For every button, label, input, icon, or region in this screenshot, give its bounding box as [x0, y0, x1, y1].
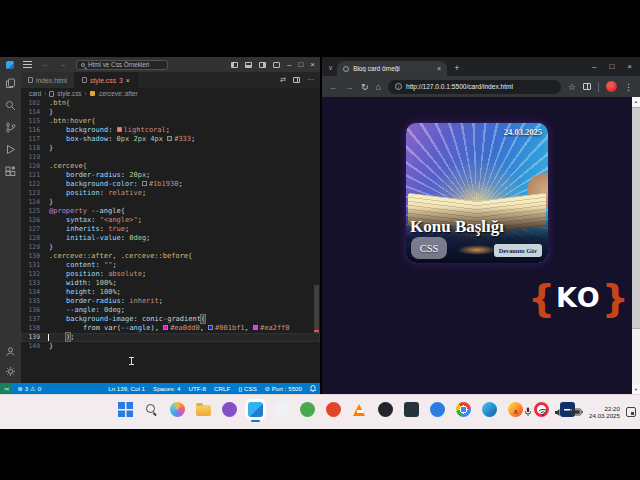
scrollbar-thumb[interactable] — [632, 107, 640, 329]
open-changes-icon[interactable]: ⇄ — [280, 76, 286, 84]
toggle-secondary-sidebar-icon[interactable] — [259, 62, 266, 68]
code-line[interactable]: 139); — [21, 333, 320, 342]
toggle-sidebar-icon[interactable] — [231, 62, 238, 68]
home-button[interactable]: ⌂ — [376, 82, 381, 92]
status-item[interactable]: Spaces: 4 — [153, 385, 181, 392]
code-line[interactable]: 126syntax: "<angle>"; — [21, 216, 320, 225]
copilot-app[interactable] — [170, 402, 185, 417]
forward-button[interactable]: → — [345, 82, 354, 92]
search-button[interactable] — [144, 402, 159, 417]
code-line[interactable]: 117box-shadow: 0px 2px 4px #333; — [21, 135, 320, 144]
code-line[interactable]: 134height: 100%; — [21, 288, 320, 297]
history-forward-button[interactable]: → — [58, 60, 66, 69]
minimize-button[interactable]: – — [287, 57, 291, 72]
source-control-icon[interactable] — [5, 122, 16, 133]
code-line[interactable]: 131content: ""; — [21, 261, 320, 270]
search-view-icon[interactable] — [5, 100, 16, 111]
code-line[interactable]: 122background-color: #1b1930; — [21, 180, 320, 189]
scroll-down-icon[interactable]: ▼ — [632, 385, 640, 394]
status-item[interactable]: UTF-8 — [189, 385, 207, 392]
taskbar-clock[interactable]: 22:20 24.03.2025 — [589, 405, 620, 419]
close-button[interactable]: × — [310, 57, 315, 72]
code-line[interactable]: 128initial-value: 0deg; — [21, 234, 320, 243]
code-line[interactable]: 135border-radius: inherit; — [21, 297, 320, 306]
editor-scrollbar-thumb[interactable] — [314, 285, 319, 333]
page-scrollbar[interactable]: ▲ ▼ — [632, 97, 640, 394]
back-button[interactable]: ← — [329, 82, 338, 92]
bookmark-star-icon[interactable]: ☆ — [568, 82, 576, 92]
settings-gear-icon[interactable] — [5, 366, 16, 377]
file-explorer[interactable] — [196, 405, 211, 416]
microphone-icon[interactable] — [524, 407, 532, 417]
code-line[interactable]: 136--angle: 0deg; — [21, 306, 320, 315]
wifi-icon[interactable] — [538, 408, 548, 416]
status-item[interactable]: {} CSS — [238, 385, 257, 392]
obs-app[interactable] — [378, 402, 393, 417]
account-icon[interactable] — [5, 346, 16, 357]
bell-icon[interactable] — [310, 385, 316, 392]
code-line[interactable]: 124} — [21, 198, 320, 207]
code-line[interactable]: 119 — [21, 153, 320, 162]
app-blue[interactable] — [430, 402, 445, 417]
code-line[interactable]: 115.btn:hover{ — [21, 117, 320, 126]
blog-card[interactable]: 24.03.2025 Konu Başlığı CSS Devamını Gör — [406, 123, 548, 263]
status-item[interactable]: ⊘ Port : 5500 — [265, 385, 302, 392]
code-line[interactable]: 132position: absolute; — [21, 270, 320, 279]
minimize-button[interactable]: – — [592, 62, 596, 71]
status-item[interactable]: CRLF — [214, 385, 230, 392]
tab-style-css[interactable]: style.css 3 × — [75, 72, 138, 88]
tab-close-icon[interactable]: × — [126, 77, 130, 84]
browser-tab[interactable]: Blog card örneği × — [337, 61, 447, 76]
tray-chevron-up-icon[interactable]: ∧ — [513, 408, 518, 416]
code-line[interactable]: 120.cerceve{ — [21, 162, 320, 171]
extensions-icon[interactable] — [5, 166, 16, 177]
reload-button[interactable]: ↻ — [361, 82, 369, 92]
code-line[interactable]: 127inherits: true; — [21, 225, 320, 234]
split-editor-icon[interactable] — [293, 77, 300, 83]
breadcrumb-file[interactable]: style.css — [57, 90, 81, 97]
code-editor[interactable]: 102.btn{114}115.btn:hover{116background:… — [21, 99, 320, 383]
customize-layout-icon[interactable] — [273, 62, 280, 68]
app-dark[interactable] — [404, 402, 419, 417]
code-line[interactable]: 125@property --angle{ — [21, 207, 320, 216]
code-line[interactable]: 118} — [21, 144, 320, 153]
code-line[interactable]: 102.btn{ — [21, 99, 320, 108]
tab-index-html[interactable]: index.html — [21, 72, 75, 88]
explorer-icon[interactable] — [5, 78, 16, 89]
code-line[interactable]: 116background: lightcoral; — [21, 126, 320, 135]
code-line[interactable]: 130.cerceve::after, .cerceve::before{ — [21, 252, 320, 261]
tab-search-chevron-icon[interactable]: ∨ — [328, 64, 333, 72]
battery-icon[interactable] — [570, 408, 583, 416]
history-back-button[interactable]: ← — [41, 60, 49, 69]
code-line[interactable]: 138from var(--angle), #ea0dd0, #001bf1, … — [21, 324, 320, 333]
problems-status[interactable]: ⊗ 3 ⚠ 0 — [12, 385, 41, 392]
toggle-panel-icon[interactable] — [245, 62, 252, 68]
chrome-app[interactable] — [456, 402, 471, 417]
code-line[interactable]: 123position: relative; — [21, 189, 320, 198]
address-bar[interactable]: i http://127.0.0.1:5500/card/index.html — [388, 80, 561, 94]
more-actions-icon[interactable]: ⋯ — [307, 76, 314, 84]
new-tab-button[interactable]: + — [454, 63, 459, 73]
run-debug-icon[interactable] — [5, 144, 16, 155]
profile-avatar[interactable] — [606, 81, 617, 92]
status-item[interactable]: Ln 139, Col 1 — [108, 385, 145, 392]
maximize-button[interactable]: □ — [609, 62, 614, 71]
edge-app[interactable] — [482, 402, 497, 417]
notification-center-icon[interactable] — [626, 407, 636, 417]
card-read-more-button[interactable]: Devamını Gör — [494, 244, 542, 257]
app-red[interactable] — [326, 402, 341, 417]
side-panel-icon[interactable] — [583, 83, 591, 90]
breadcrumb-folder[interactable]: card — [29, 90, 41, 97]
code-line[interactable]: 129} — [21, 243, 320, 252]
app-green[interactable] — [300, 402, 315, 417]
breadcrumb-symbol[interactable]: .cerceve::after — [98, 90, 138, 97]
menu-hamburger-icon[interactable] — [23, 61, 32, 68]
close-button[interactable]: × — [627, 62, 632, 71]
code-line[interactable]: 140} — [21, 342, 320, 351]
code-line[interactable]: 137background-image: conic-gradient( — [21, 315, 320, 324]
code-line[interactable]: 133width: 100%; — [21, 279, 320, 288]
vlc-app[interactable] — [352, 402, 367, 417]
scroll-up-icon[interactable]: ▲ — [632, 97, 640, 106]
remote-indicator[interactable]: >< — [0, 383, 12, 394]
site-info-icon[interactable]: i — [395, 83, 402, 90]
